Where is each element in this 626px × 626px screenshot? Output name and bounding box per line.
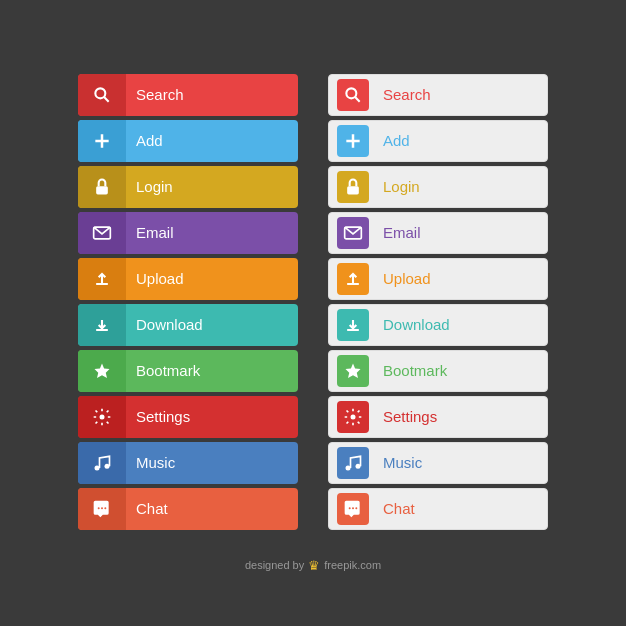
w-gear-icon: [343, 407, 363, 427]
w-lock-icon: [343, 177, 363, 197]
star-icon: [92, 361, 112, 381]
freepik-crown-icon: ♛: [308, 558, 320, 573]
btn-label-email: Email: [126, 224, 298, 241]
w-music-icon: [343, 453, 363, 473]
w-btn-label-search: Search: [377, 86, 547, 103]
w-download-icon-box: [329, 304, 377, 346]
svg-point-16: [104, 507, 106, 509]
footer: designed by ♛ freepik.com: [245, 558, 381, 573]
btn-label-bookmark: Bootmark: [126, 362, 298, 379]
email-icon: [92, 223, 112, 243]
upload-icon: [92, 269, 112, 289]
svg-marker-27: [346, 363, 361, 378]
download-icon-box: [78, 304, 126, 346]
w-search-icon: [343, 85, 363, 105]
w-btn-label-upload: Upload: [377, 270, 547, 287]
w-add-icon-box: [329, 120, 377, 162]
w-btn-label-bookmark: Bootmark: [377, 362, 547, 379]
w-chat-icon-box: [329, 488, 377, 530]
btn-label-music: Music: [126, 454, 298, 471]
w-email-icon-box: [329, 212, 377, 254]
btn-white-search[interactable]: Search: [328, 74, 548, 116]
lock-icon: [92, 177, 112, 197]
btn-label-download: Download: [126, 316, 298, 333]
music-icon: [92, 453, 112, 473]
svg-point-29: [346, 465, 351, 470]
btn-white-settings[interactable]: Settings: [328, 396, 548, 438]
btn-colored-chat[interactable]: Chat: [78, 488, 298, 530]
colored-buttons-column: Search Add Login Email Upload: [78, 74, 298, 530]
svg-point-17: [346, 88, 356, 98]
svg-point-32: [352, 507, 354, 509]
music-icon-box: [78, 442, 126, 484]
svg-point-28: [351, 414, 356, 419]
w-chat-icon: [343, 499, 363, 519]
add-icon-box: [78, 120, 126, 162]
w-btn-label-chat: Chat: [377, 500, 547, 517]
btn-label-upload: Upload: [126, 270, 298, 287]
svg-point-33: [355, 507, 357, 509]
svg-point-11: [100, 414, 105, 419]
svg-marker-10: [95, 363, 110, 378]
w-music-icon-box: [329, 442, 377, 484]
btn-colored-add[interactable]: Add: [78, 120, 298, 162]
w-btn-label-email: Email: [377, 224, 547, 241]
btn-white-bookmark[interactable]: Bootmark: [328, 350, 548, 392]
btn-white-upload[interactable]: Upload: [328, 258, 548, 300]
chat-icon: [92, 499, 112, 519]
email-icon-box: [78, 212, 126, 254]
btn-colored-music[interactable]: Music: [78, 442, 298, 484]
svg-point-30: [356, 463, 361, 468]
main-container: Search Add Login Email Upload: [58, 54, 568, 550]
footer-text: designed by: [245, 559, 304, 571]
w-btn-label-add: Add: [377, 132, 547, 149]
login-icon-box: [78, 166, 126, 208]
btn-colored-bookmark[interactable]: Bootmark: [78, 350, 298, 392]
plus-icon: [92, 131, 112, 151]
svg-rect-4: [96, 186, 108, 194]
btn-label-settings: Settings: [126, 408, 298, 425]
gear-icon: [92, 407, 112, 427]
settings-icon-box: [78, 396, 126, 438]
w-star-icon: [343, 361, 363, 381]
w-bookmark-icon-box: [329, 350, 377, 392]
svg-point-0: [95, 88, 105, 98]
w-btn-label-music: Music: [377, 454, 547, 471]
svg-rect-21: [347, 186, 359, 194]
svg-point-15: [101, 507, 103, 509]
w-download-icon: [343, 315, 363, 335]
w-plus-icon: [343, 131, 363, 151]
w-settings-icon-box: [329, 396, 377, 438]
w-search-icon-box: [329, 74, 377, 116]
btn-label-search: Search: [126, 86, 298, 103]
btn-white-chat[interactable]: Chat: [328, 488, 548, 530]
w-upload-icon: [343, 269, 363, 289]
svg-line-18: [355, 97, 360, 102]
search-icon-box: [78, 74, 126, 116]
svg-line-1: [104, 97, 109, 102]
btn-colored-upload[interactable]: Upload: [78, 258, 298, 300]
btn-white-music[interactable]: Music: [328, 442, 548, 484]
w-btn-label-login: Login: [377, 178, 547, 195]
chat-icon-box: [78, 488, 126, 530]
svg-point-14: [98, 507, 100, 509]
download-icon: [92, 315, 112, 335]
white-buttons-column: Search Add Login Ema: [328, 74, 548, 530]
btn-white-download[interactable]: Download: [328, 304, 548, 346]
w-btn-label-settings: Settings: [377, 408, 547, 425]
btn-colored-download[interactable]: Download: [78, 304, 298, 346]
btn-colored-login[interactable]: Login: [78, 166, 298, 208]
btn-white-email[interactable]: Email: [328, 212, 548, 254]
btn-colored-email[interactable]: Email: [78, 212, 298, 254]
btn-white-login[interactable]: Login: [328, 166, 548, 208]
btn-colored-search[interactable]: Search: [78, 74, 298, 116]
search-icon: [92, 85, 112, 105]
footer-brand: freepik.com: [324, 559, 381, 571]
svg-point-12: [95, 465, 100, 470]
btn-white-add[interactable]: Add: [328, 120, 548, 162]
bookmark-icon-box: [78, 350, 126, 392]
upload-icon-box: [78, 258, 126, 300]
w-upload-icon-box: [329, 258, 377, 300]
btn-colored-settings[interactable]: Settings: [78, 396, 298, 438]
w-email-icon: [343, 223, 363, 243]
